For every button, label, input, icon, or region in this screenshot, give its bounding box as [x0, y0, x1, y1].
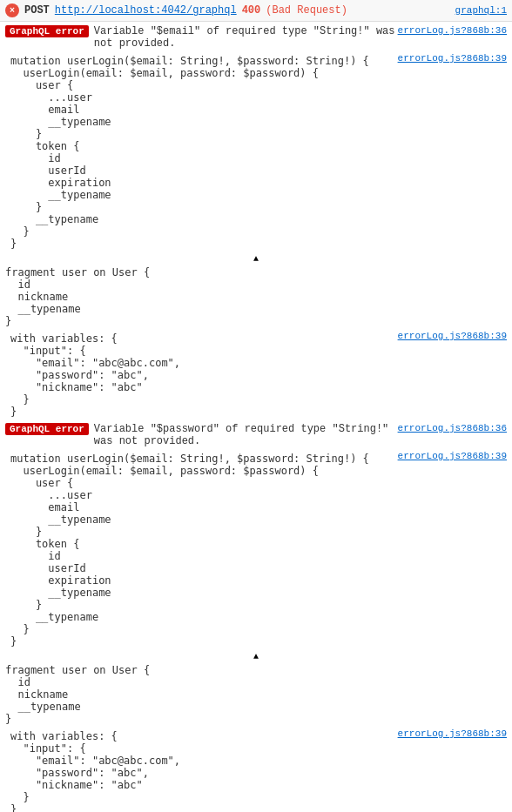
top-file-link[interactable]: graphql:1 — [455, 5, 507, 16]
status-text: (Bad Request) — [266, 4, 347, 17]
error-2-variables-file-link[interactable]: errorLog.js?868b:39 — [398, 728, 507, 739]
error-2-query-file-link[interactable]: errorLog.js?868b:39 — [398, 451, 507, 461]
error-2-query: mutation userLogin($email: String!, $pas… — [5, 451, 374, 649]
error-icon: × — [5, 3, 19, 17]
method-label: POST — [24, 4, 50, 17]
error-2-variables-row: with variables: { "input": { "email": "a… — [0, 727, 512, 812]
error-1-arrow: ▲ — [0, 253, 512, 265]
error-1-file-link[interactable]: errorLog.js?868b:36 — [398, 25, 507, 36]
error-2-file-link[interactable]: errorLog.js?868b:36 — [398, 423, 507, 433]
error-2-header-row: GraphQL error Variable "$password" of re… — [0, 421, 512, 449]
error-1-query-row: mutation userLogin($email: String!, $pas… — [0, 51, 512, 253]
error-2-arrow: ▲ — [0, 651, 512, 662]
error-2-query-row: mutation userLogin($email: String!, $pas… — [0, 449, 512, 651]
error-2-fragment: fragment user on User { id nickname __ty… — [0, 662, 512, 727]
error-1-variables-row: with variables: { "input": { "email": "a… — [0, 329, 512, 421]
graphql-error-badge-1: GraphQL error — [5, 25, 89, 37]
error-1-fragment: fragment user on User { id nickname __ty… — [0, 265, 512, 329]
graphql-error-badge-2: GraphQL error — [5, 423, 89, 435]
error-1-header-row: GraphQL error Variable "$email" of requi… — [0, 23, 512, 51]
graphql-error-2: GraphQL error Variable "$password" of re… — [0, 421, 512, 812]
error-2-message: Variable "$password" of required type "S… — [94, 423, 398, 447]
url-link[interactable]: http://localhost:4042/graphql — [55, 4, 237, 17]
error-1-variables: with variables: { "input": { "email": "a… — [5, 331, 185, 419]
error-1-variables-file-link[interactable]: errorLog.js?868b:39 — [398, 331, 507, 341]
graphql-error-1: GraphQL error Variable "$email" of requi… — [0, 23, 512, 421]
top-bar: × POST http://localhost:4042/graphql 400… — [0, 0, 512, 22]
error-1-message: Variable "$email" of required type "Stri… — [94, 25, 398, 50]
error-2-variables: with variables: { "input": { "email": "a… — [5, 728, 185, 812]
status-code: 400 — [242, 4, 261, 17]
content: GraphQL error Variable "$email" of requi… — [0, 22, 512, 812]
error-1-query: mutation userLogin($email: String!, $pas… — [5, 53, 374, 252]
error-1-query-file-link[interactable]: errorLog.js?868b:39 — [398, 53, 507, 64]
